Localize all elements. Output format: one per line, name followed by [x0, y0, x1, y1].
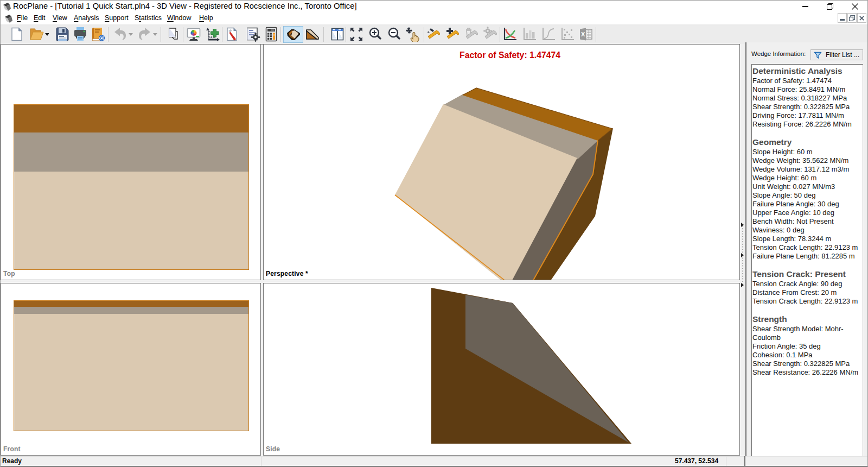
svg-text:X: X [581, 31, 585, 37]
